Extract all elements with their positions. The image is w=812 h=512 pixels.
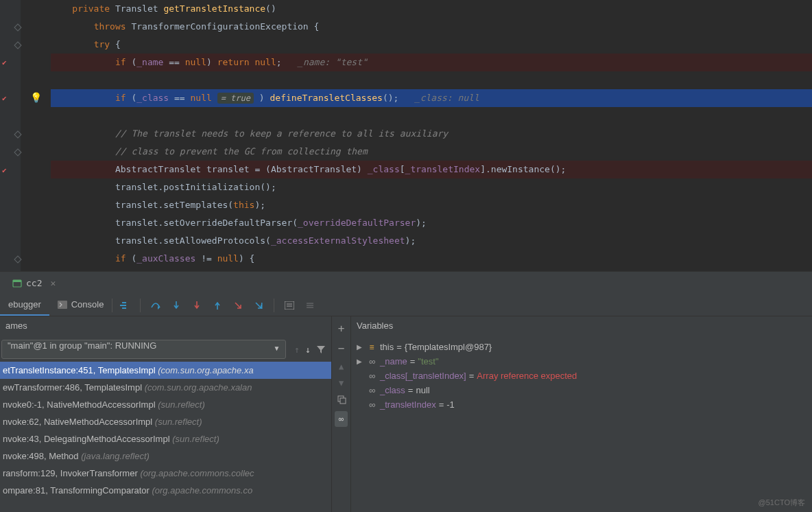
code-line[interactable]: if (_name == null) return null; _name: "… [51, 54, 812, 71]
svg-rect-3 [261, 303, 263, 309]
tab-debugger[interactable]: ebugger [0, 294, 49, 316]
move-down-icon[interactable]: ▼ [339, 378, 344, 388]
step-out-icon[interactable] [212, 300, 223, 311]
application-icon [12, 279, 22, 288]
stack-frame[interactable]: nvoke:498, Method (java.lang.reflect) [0, 447, 331, 465]
stack-frame[interactable]: etTransletInstance:451, TemplatesImpl (c… [0, 362, 331, 379]
fold-marker[interactable] [14, 148, 21, 156]
fold-marker[interactable] [14, 255, 21, 263]
code-line[interactable]: try { [51, 36, 812, 54]
stack-frame[interactable]: nvoke0:-1, NativeMethodAccessorImpl (sun… [0, 396, 331, 413]
code-line[interactable]: translet.setOverrideDefaultParser(_overr… [51, 214, 812, 232]
variable-row[interactable]: ▶∞_name = "test" [355, 354, 808, 369]
step-over-icon[interactable] [150, 300, 161, 311]
code-editor[interactable]: ✔ ✔ ✔ private Translet getTransletInstan… [0, 0, 812, 271]
filter-icon[interactable] [316, 345, 326, 355]
run-tab-label: cc2 [26, 278, 42, 288]
show-watches-icon[interactable]: ∞ [335, 411, 348, 427]
run-to-cursor-icon[interactable] [253, 300, 264, 311]
console-icon [58, 301, 67, 309]
force-step-into-icon[interactable] [191, 300, 202, 311]
watch-icon: ∞ [366, 371, 377, 381]
variables-toolbar: + − ▲ ▼ ∞ [332, 316, 351, 512]
stack-frame[interactable]: ompare:81, TransformingComparator (org.a… [0, 482, 331, 499]
fold-marker[interactable] [14, 130, 21, 138]
code-line[interactable]: translet.setTemplates(this); [51, 196, 812, 214]
svg-rect-6 [340, 398, 346, 404]
svg-rect-4 [285, 301, 294, 310]
stack-frame[interactable]: nvoke:62, NativeMethodAccessorImpl (sun.… [0, 413, 331, 430]
tab-console[interactable]: Console [49, 294, 112, 316]
variables-header: Variables [351, 316, 812, 337]
fold-marker[interactable] [14, 41, 21, 49]
variable-row[interactable]: ∞_class = null [355, 383, 808, 397]
code-line[interactable]: // class to prevent the GC from collecti… [51, 143, 812, 161]
watch-icon: ∞ [366, 385, 377, 395]
move-up-icon[interactable]: ▲ [339, 362, 344, 371]
stack-frame[interactable]: nvoke:43, DelegatingMethodAccessorImpl (… [0, 430, 331, 447]
new-watch-icon[interactable]: + [338, 322, 345, 335]
code-line[interactable]: AbstractTranslet translet = (AbstractTra… [51, 161, 812, 178]
watch-icon: ∞ [366, 399, 377, 410]
prev-frame-icon[interactable]: ↑ [294, 345, 300, 355]
watermark: @51CTO博客 [759, 498, 805, 508]
frames-header: ames [0, 316, 331, 337]
show-execution-point-icon[interactable] [119, 300, 130, 311]
variable-row[interactable]: ▶≡this = {TemplatesImpl@987} [355, 340, 808, 354]
debugger-toolbar: ebugger Console [0, 294, 812, 316]
run-config-tabs: cc2 ✕ [0, 271, 812, 294]
expand-icon[interactable]: ▶ [355, 343, 363, 351]
intention-bulb-icon[interactable]: 💡 [30, 92, 42, 103]
code-line[interactable]: throws TransformerConfigurationException… [51, 18, 812, 36]
breakpoint-icon[interactable]: ✔ [2, 166, 7, 175]
variables-list[interactable]: ▶≡this = {TemplatesImpl@987}▶∞_name = "t… [351, 337, 812, 415]
chevron-down-icon: ▼ [273, 345, 280, 352]
object-icon: ≡ [366, 342, 377, 352]
remove-watch-icon[interactable]: − [338, 342, 345, 355]
frames-panel: ames "main"@1 in group "main": RUNNING ▼… [0, 316, 332, 512]
step-into-icon[interactable] [171, 300, 182, 311]
stack-frame[interactable]: ransform:129, InvokerTransformer (org.ap… [0, 465, 331, 482]
duplicate-watch-icon[interactable] [337, 395, 346, 404]
code-line[interactable]: if (_auxClasses != null) { [51, 250, 812, 268]
svg-rect-2 [58, 301, 67, 309]
breakpoint-icon[interactable]: ✔ [2, 58, 7, 67]
thread-selector[interactable]: "main"@1 in group "main": RUNNING ▼ [1, 340, 286, 359]
variables-panel: + − ▲ ▼ ∞ Variables ▶≡this = {TemplatesI… [332, 316, 812, 512]
variable-row[interactable]: ∞_class[_transletIndex] = Array referenc… [355, 369, 808, 383]
next-frame-icon[interactable]: ↓ [305, 345, 311, 355]
editor-gutter: ✔ ✔ ✔ [0, 0, 21, 271]
stack-frame[interactable]: ewTransformer:486, TemplatesImpl (com.su… [0, 379, 331, 396]
code-line[interactable] [51, 107, 812, 125]
trace-current-stream-chain-icon[interactable] [304, 300, 315, 311]
close-icon[interactable]: ✕ [50, 278, 56, 288]
fold-marker[interactable] [14, 23, 21, 31]
expand-icon[interactable]: ▶ [355, 358, 363, 365]
code-line[interactable]: // The translet needs to keep a referenc… [51, 125, 812, 143]
code-line[interactable]: translet.setAllowedProtocols(_accessExte… [51, 232, 812, 250]
code-line[interactable]: if (_class == null = true ) defineTransl… [51, 89, 812, 107]
frames-list[interactable]: etTransletInstance:451, TemplatesImpl (c… [0, 362, 331, 512]
breakpoint-icon[interactable]: ✔ [2, 94, 7, 103]
evaluate-expression-icon[interactable] [284, 300, 295, 311]
watch-icon: ∞ [366, 356, 377, 366]
variable-row[interactable]: ∞_transletIndex = -1 [355, 397, 808, 412]
drop-frame-icon[interactable] [232, 300, 243, 311]
run-tab[interactable]: cc2 ✕ [12, 278, 56, 288]
code-line[interactable]: translet.postInitialization(); [51, 178, 812, 196]
code-line[interactable] [51, 71, 812, 89]
code-line[interactable]: private Translet getTransletInstance() [51, 0, 812, 18]
svg-rect-1 [13, 280, 21, 282]
